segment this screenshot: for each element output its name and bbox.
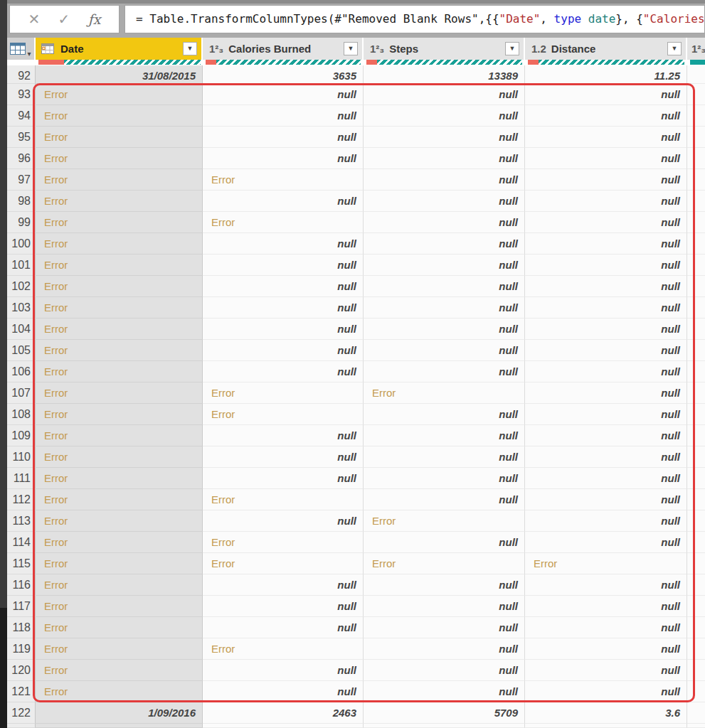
cell-steps[interactable]: null bbox=[364, 681, 525, 702]
cell-distance[interactable]: null bbox=[525, 255, 687, 276]
cell-steps[interactable]: null bbox=[364, 532, 525, 553]
cell-date[interactable]: Error bbox=[36, 681, 203, 702]
row-number[interactable]: 121 bbox=[7, 681, 36, 702]
filter-dropdown-steps[interactable]: ▼ bbox=[505, 42, 519, 55]
row-number[interactable]: 111 bbox=[7, 468, 36, 489]
cell-partial[interactable] bbox=[687, 382, 705, 404]
cell-steps[interactable]: null bbox=[364, 276, 525, 297]
row-number[interactable]: 110 bbox=[7, 446, 36, 468]
cell-steps[interactable]: null bbox=[364, 574, 525, 596]
cell-partial[interactable] bbox=[687, 212, 705, 233]
cell-distance[interactable]: null bbox=[525, 446, 687, 468]
cell-date[interactable]: Error bbox=[36, 169, 203, 191]
row-number[interactable]: 105 bbox=[7, 340, 36, 361]
cell-calories[interactable]: null bbox=[203, 617, 364, 638]
cell-distance[interactable]: null bbox=[525, 148, 687, 169]
cell-calories[interactable]: null bbox=[203, 361, 364, 382]
cell-partial[interactable] bbox=[687, 638, 705, 660]
row-number[interactable]: 97 bbox=[7, 169, 36, 191]
cell-distance[interactable]: null bbox=[525, 574, 687, 596]
cell-date[interactable]: Error bbox=[36, 425, 203, 446]
cell-date[interactable]: Error bbox=[36, 361, 203, 382]
cell-distance[interactable]: null bbox=[525, 425, 687, 446]
filter-dropdown-calories[interactable]: ▼ bbox=[344, 42, 358, 55]
cell-partial[interactable] bbox=[687, 446, 705, 468]
cell-steps[interactable]: null bbox=[364, 446, 525, 468]
cell-calories[interactable]: Error bbox=[203, 169, 364, 191]
cell-steps[interactable]: null bbox=[364, 340, 525, 361]
cell-steps[interactable]: null bbox=[364, 617, 525, 638]
cell-partial[interactable] bbox=[687, 105, 705, 127]
cell-partial[interactable] bbox=[687, 318, 705, 340]
cell-date[interactable]: Error bbox=[36, 382, 203, 404]
cell-calories[interactable]: null bbox=[203, 84, 364, 105]
row-number[interactable]: 93 bbox=[7, 84, 36, 105]
cell-steps[interactable]: null bbox=[364, 361, 525, 382]
cell-distance[interactable]: null bbox=[525, 84, 687, 105]
cell-distance[interactable]: null bbox=[525, 660, 687, 681]
cell-calories[interactable]: null bbox=[203, 276, 364, 297]
cell-calories[interactable]: 2463 bbox=[203, 702, 364, 724]
cell-partial[interactable] bbox=[687, 233, 705, 255]
cell-distance[interactable]: null bbox=[525, 105, 687, 127]
cell-distance[interactable]: null bbox=[525, 127, 687, 148]
cell-partial[interactable] bbox=[687, 191, 705, 212]
cell-distance[interactable]: null bbox=[525, 617, 687, 638]
cell-date[interactable]: Error bbox=[36, 510, 203, 532]
cell-partial[interactable] bbox=[687, 510, 705, 532]
row-number[interactable]: 104 bbox=[7, 318, 36, 340]
cell-date[interactable]: Error bbox=[36, 276, 203, 297]
cell-partial[interactable] bbox=[687, 425, 705, 446]
cell-partial[interactable] bbox=[687, 532, 705, 553]
cell-steps[interactable]: 5709 bbox=[364, 702, 525, 724]
column-header-steps[interactable]: 1²₃ Steps ▼ bbox=[364, 38, 525, 60]
cell-date[interactable]: Error bbox=[36, 660, 203, 681]
cell-partial[interactable] bbox=[687, 340, 705, 361]
cell-partial[interactable] bbox=[687, 574, 705, 596]
cell-steps[interactable]: null bbox=[364, 638, 525, 660]
cell-partial[interactable] bbox=[687, 169, 705, 191]
row-number[interactable]: 99 bbox=[7, 212, 36, 233]
cell-partial[interactable] bbox=[687, 84, 705, 105]
cell-distance[interactable]: null bbox=[525, 596, 687, 617]
column-header-calories[interactable]: 1²₃ Calories Burned ▼ bbox=[203, 38, 364, 60]
cell-steps[interactable]: null bbox=[364, 660, 525, 681]
fx-icon[interactable]: ƒx bbox=[88, 13, 101, 26]
cell-steps[interactable]: null bbox=[364, 105, 525, 127]
cell-partial[interactable] bbox=[687, 127, 705, 148]
column-header-partial[interactable]: 1²₃ bbox=[687, 38, 705, 60]
cell-steps[interactable]: null bbox=[364, 127, 525, 148]
cell-date[interactable]: 1/09/2016 bbox=[36, 702, 203, 724]
cell-calories[interactable]: Error bbox=[203, 553, 364, 574]
cell-date[interactable]: Error bbox=[36, 212, 203, 233]
cell-partial[interactable] bbox=[687, 596, 705, 617]
formula-input[interactable]: = Table.TransformColumnTypes(#"Removed B… bbox=[124, 5, 705, 33]
column-header-date[interactable]: Date ▼ bbox=[36, 38, 203, 60]
cell-calories[interactable]: null bbox=[203, 446, 364, 468]
cell-steps[interactable]: Error bbox=[364, 382, 525, 404]
cell-date[interactable]: Error bbox=[36, 255, 203, 276]
row-number[interactable]: 102 bbox=[7, 276, 36, 297]
cell-date[interactable]: Error bbox=[36, 191, 203, 212]
cell-date[interactable]: Error bbox=[36, 318, 203, 340]
cell-calories[interactable]: 3635 bbox=[203, 65, 364, 84]
cell-partial[interactable] bbox=[687, 553, 705, 574]
cell-calories[interactable]: null bbox=[203, 425, 364, 446]
cell-date[interactable]: Error bbox=[36, 617, 203, 638]
cell-date[interactable]: Error bbox=[36, 553, 203, 574]
row-number[interactable]: 122 bbox=[7, 702, 36, 724]
cell-steps[interactable]: null bbox=[364, 169, 525, 191]
cell-calories[interactable]: null bbox=[203, 233, 364, 255]
cell-steps[interactable]: null bbox=[364, 489, 525, 510]
row-number[interactable]: 101 bbox=[7, 255, 36, 276]
row-number[interactable]: 119 bbox=[7, 638, 36, 660]
cell-partial[interactable] bbox=[687, 617, 705, 638]
cell-partial[interactable] bbox=[687, 660, 705, 681]
cell-partial[interactable] bbox=[687, 65, 705, 84]
cell-calories[interactable]: Error bbox=[203, 532, 364, 553]
row-number[interactable]: 116 bbox=[7, 574, 36, 596]
cell-steps[interactable]: null bbox=[364, 297, 525, 318]
row-number[interactable]: 112 bbox=[7, 489, 36, 510]
cell-steps[interactable]: null bbox=[364, 212, 525, 233]
cell-date[interactable]: Error bbox=[36, 340, 203, 361]
